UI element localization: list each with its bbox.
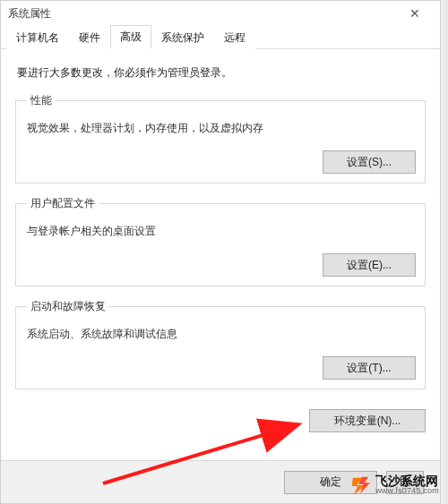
env-row: 环境变量(N)... [1,409,440,441]
dialog-button-row: 确定 取 [1,460,440,503]
group-legend: 用户配置文件 [27,196,99,211]
environment-variables-button[interactable]: 环境变量(N)... [309,409,426,432]
startup-settings-button[interactable]: 设置(T)... [323,356,416,380]
group-user-profiles: 用户配置文件 与登录帐户相关的桌面设置 设置(E)... [15,196,426,286]
tab-remote[interactable]: 远程 [214,26,255,49]
group-desc: 视觉效果，处理器计划，内存使用，以及虚拟内存 [27,121,416,136]
group-desc: 与登录帐户相关的桌面设置 [27,224,416,239]
tab-computer-name[interactable]: 计算机名 [6,26,69,49]
group-legend: 启动和故障恢复 [27,299,109,314]
tab-hardware[interactable]: 硬件 [69,26,110,49]
button-label: 设置(S)... [347,156,392,168]
admin-note: 要进行大多数更改，你必须作为管理员登录。 [17,65,424,81]
tab-label: 硬件 [79,31,100,44]
button-label: 环境变量(N)... [334,414,401,427]
button-label: 确定 [320,475,341,488]
system-properties-dialog: 系统属性 ✕ 计算机名 硬件 高级 系统保护 远程 要进行大多数更改，你必须作为… [0,0,441,504]
button-label: 设置(E)... [347,259,392,271]
close-icon: ✕ [409,6,420,21]
titlebar: 系统属性 ✕ [1,1,440,26]
tab-content-advanced: 要进行大多数更改，你必须作为管理员登录。 性能 视觉效果，处理器计划，内存使用，… [1,49,440,409]
group-legend: 性能 [27,93,56,108]
tab-label: 高级 [120,30,142,43]
cancel-button[interactable]: 取 [386,471,424,494]
button-label: 取 [400,475,410,488]
button-label: 设置(T)... [347,362,391,374]
group-startup-recovery: 启动和故障恢复 系统启动、系统故障和调试信息 设置(T)... [15,299,426,389]
tabstrip: 计算机名 硬件 高级 系统保护 远程 [1,26,440,49]
profiles-settings-button[interactable]: 设置(E)... [323,253,416,277]
tab-label: 计算机名 [16,31,59,44]
window-title: 系统属性 [8,6,51,21]
close-button[interactable]: ✕ [397,2,433,25]
performance-settings-button[interactable]: 设置(S)... [323,150,416,174]
group-desc: 系统启动、系统故障和调试信息 [27,327,416,342]
group-performance: 性能 视觉效果，处理器计划，内存使用，以及虚拟内存 设置(S)... [15,93,426,184]
tab-advanced[interactable]: 高级 [110,25,151,49]
tab-label: 系统保护 [161,31,204,44]
tab-label: 远程 [224,31,246,44]
tab-system-protection[interactable]: 系统保护 [151,26,214,49]
right-edge-shadow [441,0,448,504]
ok-button[interactable]: 确定 [284,471,377,494]
